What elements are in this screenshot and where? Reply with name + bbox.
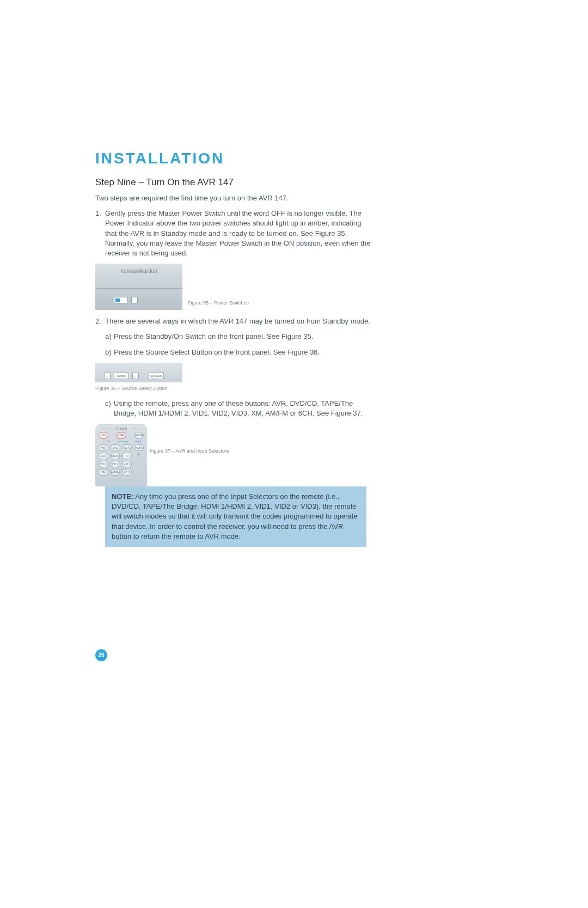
sub-item-2b: b) Press the Source Select Button on the… — [105, 348, 373, 357]
section-title: INSTALLATION — [95, 150, 373, 167]
arrow-right-icon: › — [132, 373, 139, 379]
remote-tv-button-icon: TV — [122, 453, 132, 459]
remote-hdmi1-button-icon: HDMI 1 — [134, 444, 144, 451]
step-item-2: 2. There are several ways in which the A… — [95, 316, 373, 326]
surround-mode-button-icon: Sur.Mode — [149, 373, 164, 379]
device-brand-label: harman/kardon — [95, 268, 182, 274]
note-text: Any time you press one of the Input Sele… — [112, 492, 358, 540]
figure-36-source-select: ‹ Source › Sur.Mode — [95, 363, 182, 382]
remote-on-button-icon: ON — [99, 432, 108, 438]
note-box: NOTE: Any time you press one of the Inpu… — [105, 486, 366, 547]
sub-letter: b) — [105, 348, 114, 357]
remote-xm-button-icon: XM — [99, 469, 108, 476]
remote-cd-label: CD — [107, 440, 110, 443]
sub-text: Using the remote, press any one of these… — [114, 399, 373, 418]
sub-text: Press the Source Select Button on the fr… — [114, 348, 373, 357]
remote-vcr-button-icon: VCR — [99, 453, 108, 459]
remote-vid1-button-icon: VID 1 — [99, 461, 108, 467]
remote-tape-button-icon: TAPE — [122, 444, 132, 451]
page-content: INSTALLATION Step Nine – Turn On the AVR… — [95, 150, 373, 547]
remote-vid3-button-icon: VID 3 — [122, 461, 132, 467]
remote-mute-button-icon: MUTE — [134, 432, 144, 438]
item-text: Gently press the Master Power Switch unt… — [105, 209, 373, 258]
item-number: 2. — [95, 316, 105, 326]
step-heading: Step Nine – Turn On the AVR 147 — [95, 177, 373, 188]
sub-letter: c) — [105, 399, 114, 418]
figure-37-remote: POWER ON OFF MUTE CD The Bridge HDMI 2 A… — [95, 424, 147, 486]
source-button-icon: Source — [114, 373, 129, 379]
page-number-badge: 26 — [95, 649, 107, 661]
panel-divider — [95, 288, 182, 289]
remote-cblsat-button-icon: CBL/SAT — [111, 453, 120, 459]
arrow-left-icon: ‹ — [104, 373, 111, 379]
master-power-switch-icon — [114, 297, 128, 303]
remote-off-button-icon: OFF — [117, 432, 126, 438]
sub-letter: a) — [105, 332, 114, 342]
figure-36-caption: Figure 36 – Source Select Button — [95, 386, 373, 391]
remote-power-label: POWER — [99, 427, 144, 430]
sub-item-2c: c) Using the remote, press any one of th… — [105, 399, 373, 418]
figure-35-power-switches: harman/kardon — [95, 264, 182, 310]
step-item-1: 1. Gently press the Master Power Switch … — [95, 209, 373, 258]
remote-bridge-label: The Bridge — [118, 440, 128, 443]
remote-6ch-button-icon: 6CH — [122, 469, 132, 476]
sub-text: Press the Standby/On Switch on the front… — [114, 332, 373, 342]
remote-vid2-button-icon: VID 2 — [111, 461, 120, 467]
sub-item-2a: a) Press the Standby/On Switch on the fr… — [105, 332, 373, 342]
remote-dvd-button-icon: DVD — [111, 444, 120, 451]
figure-35-caption: Figure 35 – Power Switches — [188, 300, 373, 306]
remote-hdmi2-label: HDMI 2 — [135, 440, 143, 443]
note-label: NOTE: — [112, 492, 133, 501]
remote-amfm-button-icon: AM/FM — [111, 469, 120, 476]
remote-avr-button-icon: AVR — [99, 444, 108, 451]
standby-switch-icon — [131, 297, 138, 303]
item-text: There are several ways in which the AVR … — [105, 316, 373, 326]
intro-text: Two steps are required the first time yo… — [95, 193, 373, 203]
figure-37-caption: Figure 37 – AVR and Input Selectors — [150, 448, 373, 454]
item-number: 1. — [95, 209, 105, 258]
